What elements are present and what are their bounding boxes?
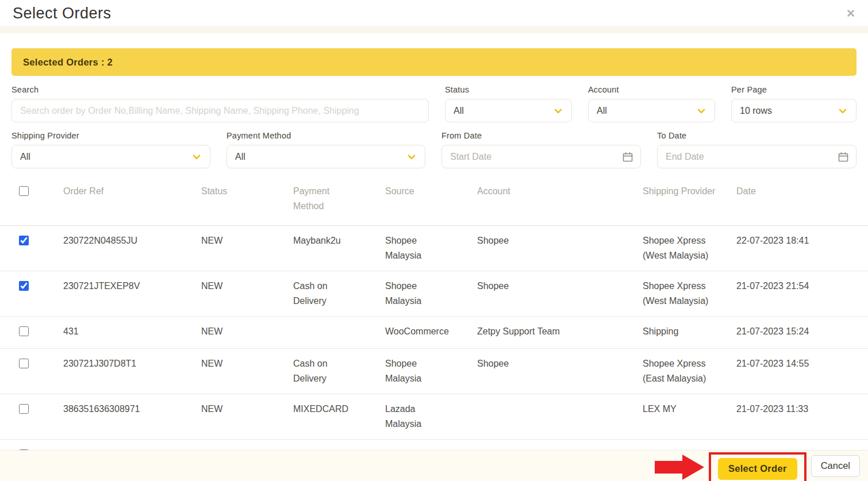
- payment-method-filter: Payment Method All: [226, 131, 425, 168]
- cell-shipping-provider: Shopee Xpress (West Malaysia): [643, 226, 736, 271]
- status-filter: Status All: [445, 85, 572, 122]
- col-header-payment-method: Payment Method: [293, 176, 385, 226]
- calendar-icon[interactable]: [838, 151, 849, 165]
- search-input[interactable]: [11, 99, 429, 122]
- table-row: 431 NEW WooCommerce Zetpy Support Team S…: [0, 317, 868, 349]
- cell-account: [477, 394, 643, 440]
- filters-section: Search Status All Account All Per Page: [0, 76, 868, 168]
- cell-date: 21-07-2023 15:24: [736, 317, 868, 349]
- search-filter: Search: [11, 85, 429, 122]
- to-date-field: [657, 145, 857, 168]
- cell-shipping-provider: Shopee Xpress (East Malaysia): [643, 349, 736, 394]
- status-select[interactable]: All: [445, 99, 572, 122]
- table-row: 230721J307D8T1 NEW Cash on Delivery Shop…: [0, 349, 868, 394]
- row-checkbox[interactable]: [19, 281, 29, 291]
- per-page-select-value: 10 rows: [740, 106, 772, 116]
- cell-source: Lazada Malaysia: [385, 394, 477, 440]
- modal-header: Select Orders ✕: [0, 0, 868, 26]
- to-date-label: To Date: [657, 131, 857, 140]
- shipping-provider-select-value: All: [20, 152, 30, 162]
- end-date-input[interactable]: [658, 145, 833, 168]
- col-header-shipping-provider: Shipping Provider: [643, 176, 736, 226]
- cell-account: Zetpy Support Team: [477, 317, 643, 349]
- annotation-arrow-icon: [655, 455, 704, 480]
- start-date-input[interactable]: [442, 145, 617, 168]
- cell-status: NEW: [201, 271, 293, 317]
- cell-payment-method: Maybank2u: [293, 226, 385, 271]
- chevron-down-icon: [193, 152, 201, 160]
- table-header-row: Order Ref Status Payment Method Source A…: [0, 176, 868, 226]
- annotation-highlight-box: Select Order: [709, 452, 806, 481]
- from-date-label: From Date: [441, 131, 641, 140]
- cell-payment-method: Cash on Delivery: [293, 271, 385, 317]
- shipping-provider-select[interactable]: All: [11, 145, 210, 168]
- cell-status: NEW: [201, 226, 293, 271]
- cell-date: 21-07-2023 14:55: [736, 349, 868, 394]
- chevron-down-icon: [554, 106, 562, 114]
- select-all-checkbox[interactable]: [19, 186, 29, 196]
- col-header-status: Status: [201, 176, 293, 226]
- cell-payment-method: [293, 317, 385, 349]
- search-label: Search: [11, 85, 429, 94]
- to-date-filter: To Date: [657, 131, 857, 168]
- cell-order-ref: 230721JTEXEP8V: [63, 271, 201, 317]
- calendar-icon[interactable]: [622, 151, 633, 165]
- cell-order-ref: 230722N04855JU: [63, 226, 201, 271]
- cell-account: Shopee: [477, 349, 643, 394]
- cell-order-ref: 230721J307D8T1: [63, 349, 201, 394]
- cell-source: Shopee Malaysia: [385, 349, 477, 394]
- col-header-order-ref: Order Ref: [63, 176, 201, 226]
- per-page-label: Per Page: [731, 85, 857, 94]
- cell-date: 22-07-2023 18:41: [736, 226, 868, 271]
- selected-orders-banner: Selected Orders : 2: [11, 48, 857, 76]
- chevron-down-icon: [408, 152, 416, 160]
- account-label: Account: [588, 85, 715, 94]
- col-header-account: Account: [477, 176, 643, 226]
- from-date-field: [441, 145, 641, 168]
- modal-footer: Select Order Cancel: [0, 450, 868, 481]
- cell-account: Shopee: [477, 226, 643, 271]
- select-orders-modal: Select Orders ✕ Selected Orders : 2 Sear…: [0, 0, 868, 481]
- account-select-value: All: [597, 106, 607, 116]
- cell-order-ref: 386351636308971: [63, 394, 201, 440]
- row-checkbox[interactable]: [19, 359, 29, 368]
- row-checkbox[interactable]: [19, 236, 29, 245]
- chevron-down-icon: [697, 106, 705, 114]
- row-checkbox[interactable]: [19, 326, 29, 336]
- page-title: Select Orders: [13, 5, 112, 22]
- payment-method-select-value: All: [235, 152, 245, 162]
- col-header-source: Source: [385, 176, 477, 226]
- status-label: Status: [445, 85, 572, 94]
- close-icon[interactable]: ✕: [846, 5, 857, 19]
- cell-shipping-provider: Shopee Xpress (West Malaysia): [643, 271, 736, 317]
- cell-source: Shopee Malaysia: [385, 271, 477, 317]
- per-page-select[interactable]: 10 rows: [731, 99, 857, 122]
- shipping-provider-filter: Shipping Provider All: [11, 131, 210, 168]
- cell-status: NEW: [201, 317, 293, 349]
- cell-order-ref: 431: [63, 317, 201, 349]
- header-divider: [0, 26, 868, 33]
- chevron-down-icon: [839, 106, 847, 114]
- cell-account: Shopee: [477, 271, 643, 317]
- orders-table: Order Ref Status Payment Method Source A…: [0, 176, 868, 472]
- payment-method-select[interactable]: All: [226, 145, 425, 168]
- table-row: 386351636308971 NEW MIXEDCARD Lazada Mal…: [0, 394, 868, 440]
- cell-source: WooCommerce: [385, 317, 477, 349]
- row-checkbox[interactable]: [19, 404, 29, 414]
- account-filter: Account All: [588, 85, 715, 122]
- table-row: 230722N04855JU NEW Maybank2u Shopee Mala…: [0, 226, 868, 271]
- shipping-provider-label: Shipping Provider: [11, 131, 210, 140]
- account-select[interactable]: All: [588, 99, 715, 122]
- per-page-filter: Per Page 10 rows: [731, 85, 857, 122]
- cell-date: 21-07-2023 21:54: [736, 271, 868, 317]
- cancel-button[interactable]: Cancel: [811, 455, 860, 477]
- cell-status: NEW: [201, 349, 293, 394]
- cell-status: NEW: [201, 394, 293, 440]
- from-date-filter: From Date: [441, 131, 641, 168]
- cell-shipping-provider: LEX MY: [643, 394, 736, 440]
- cell-payment-method: Cash on Delivery: [293, 349, 385, 394]
- payment-method-label: Payment Method: [226, 131, 425, 140]
- col-header-date: Date: [736, 176, 868, 226]
- cell-date: 21-07-2023 11:33: [736, 394, 868, 440]
- select-order-button[interactable]: Select Order: [718, 458, 797, 480]
